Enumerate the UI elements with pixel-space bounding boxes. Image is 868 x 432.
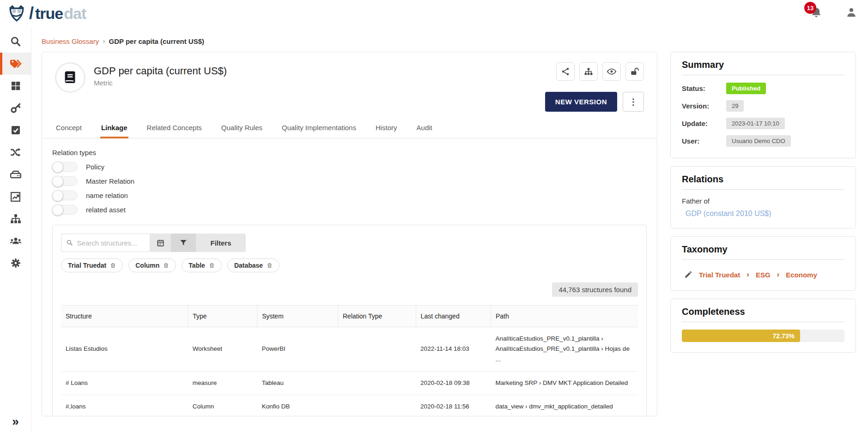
chart-line-icon [10, 191, 21, 203]
share-button[interactable] [556, 62, 575, 81]
sidebar-item-structures[interactable] [0, 163, 31, 186]
page-title: GDP per capita (current US$) [94, 65, 227, 77]
table-row[interactable]: #,loans Column Konfio DB 2020-02-18 11:5… [61, 395, 638, 416]
cell-path: Marketing SRP › DMV MKT Application Deta… [491, 371, 638, 395]
filter-toggle-button[interactable] [171, 234, 196, 252]
trash-icon[interactable] [267, 262, 273, 269]
header-system[interactable]: System [257, 306, 338, 327]
cell-structure[interactable]: Listas Estudios [61, 327, 188, 372]
related-asset-toggle[interactable] [52, 205, 78, 215]
tab-quality-rules[interactable]: Quality Rules [220, 118, 263, 138]
sidebar-item-settings[interactable] [0, 252, 31, 274]
taxonomy-domain-economy[interactable]: Economy [786, 271, 817, 279]
tab-linkage[interactable]: Linkage [100, 118, 128, 138]
structures-table: Structure Type System Relation Type Last… [61, 305, 638, 416]
sidebar-expand-button[interactable]: » [0, 415, 31, 427]
master-relation-toggle-label: Master Relation [86, 177, 134, 185]
policy-toggle[interactable] [52, 162, 78, 172]
sidebar-item-lineage[interactable] [0, 141, 31, 163]
cell-last-changed: 2020-02-18 09:38 [416, 371, 491, 395]
owl-logo-icon [6, 3, 27, 24]
taxonomy-domain-esg[interactable]: ESG [756, 271, 771, 279]
header-last-changed[interactable]: Last changed [416, 306, 491, 327]
sidebar-item-quality[interactable] [0, 119, 31, 141]
trash-icon[interactable] [209, 262, 215, 269]
filter-chip-column[interactable]: Column [128, 258, 176, 272]
tab-related-concepts[interactable]: Related Concepts [146, 118, 203, 138]
trash-icon[interactable] [163, 262, 169, 269]
sidebar-item-analytics[interactable] [0, 186, 31, 208]
logo-true: true [35, 6, 63, 21]
master-relation-toggle[interactable] [52, 176, 78, 186]
chip-label: Database [234, 262, 263, 269]
date-filter-button[interactable] [150, 234, 171, 252]
header-type[interactable]: Type [188, 306, 257, 327]
taxonomy-title: Taxonomy [682, 244, 844, 260]
cell-structure[interactable]: # Loans [61, 371, 188, 395]
search-structures-input[interactable] [77, 239, 145, 247]
key-icon [10, 102, 22, 114]
more-actions-button[interactable]: ⋮ [623, 92, 644, 112]
search-icon [10, 36, 22, 48]
structure-link-button[interactable] [579, 62, 598, 81]
tab-audit[interactable]: Audit [416, 118, 433, 138]
active-filter-chips: Trial Truedat Column Table [61, 258, 638, 272]
edit-taxonomy-button[interactable] [684, 270, 692, 279]
filter-chip-trial-truedat[interactable]: Trial Truedat [61, 258, 123, 272]
unlock-button[interactable] [625, 62, 644, 81]
sidebar-item-glossary[interactable] [0, 53, 31, 75]
cell-type: measure [188, 371, 257, 395]
user-menu-button[interactable] [845, 6, 858, 21]
relation-type-row-policy: Policy [52, 162, 647, 172]
right-sidebar: Summary Status: Published Version: 29 Up… [670, 52, 856, 353]
relations-title: Relations [682, 174, 844, 190]
tab-concept[interactable]: Concept [55, 118, 83, 138]
cell-system: Tableau [257, 371, 338, 395]
table-row[interactable]: # Loans measure Tableau 2020-02-18 09:38… [61, 371, 638, 395]
trash-icon[interactable] [110, 262, 116, 269]
search-icon [66, 239, 73, 247]
relation-type-row-related-asset: related asset [52, 205, 647, 215]
completeness-progress-fill: 72.73% [682, 330, 800, 342]
toggle-knob [52, 162, 63, 173]
filter-chip-database[interactable]: Database [227, 258, 279, 272]
related-concept-link[interactable]: GDP (constant 2010 US$) [686, 210, 844, 218]
truedat-logo[interactable]: / true dat [6, 3, 86, 24]
eye-icon [607, 66, 617, 77]
notifications-button[interactable]: 13 [810, 6, 824, 21]
person-icon [845, 6, 858, 19]
related-asset-toggle-label: related asset [86, 206, 126, 214]
completeness-panel: Completeness 72.73% [670, 299, 856, 353]
summary-panel: Summary Status: Published Version: 29 Up… [670, 52, 856, 158]
sidebar-item-domains[interactable] [0, 208, 31, 230]
chip-label: Table [188, 262, 205, 269]
sidebar-item-users[interactable] [0, 230, 31, 252]
top-bar: / true dat 13 [0, 0, 868, 27]
table-row[interactable]: Listas Estudios Worksheet PowerBI 2022-1… [61, 327, 638, 372]
sidebar-item-dashboards[interactable] [0, 75, 31, 97]
logo-slash: / [29, 4, 34, 23]
cell-system: PowerBI [257, 327, 338, 372]
new-version-button[interactable]: NEW VERSION [545, 92, 617, 112]
chip-label: Column [135, 262, 159, 269]
name-relation-toggle[interactable] [52, 191, 78, 200]
breadcrumb-glossary-link[interactable]: Business Glossary [42, 37, 99, 45]
watch-button[interactable] [602, 62, 621, 81]
taxonomy-separator: › [747, 270, 749, 279]
cell-relation-type [338, 395, 416, 416]
shuffle-icon [10, 146, 22, 158]
sidebar-item-search[interactable] [0, 30, 31, 53]
tab-quality-implementations[interactable]: Quality Implementations [281, 118, 357, 138]
sidebar-item-permissions[interactable] [0, 97, 31, 119]
header-relation-type[interactable]: Relation Type [338, 306, 416, 327]
header-structure[interactable]: Structure [61, 306, 188, 327]
tab-history[interactable]: History [375, 118, 398, 138]
cell-structure[interactable]: #,loans [61, 395, 188, 416]
toggle-knob [52, 190, 63, 201]
filters-button[interactable]: Filters [196, 234, 246, 252]
header-path[interactable]: Path [491, 306, 638, 327]
filter-chip-table[interactable]: Table [182, 258, 222, 272]
relation-kind-label: Father of [682, 197, 844, 205]
taxonomy-domain-root[interactable]: Trial Truedat [699, 271, 740, 279]
sitemap-icon [584, 67, 593, 76]
